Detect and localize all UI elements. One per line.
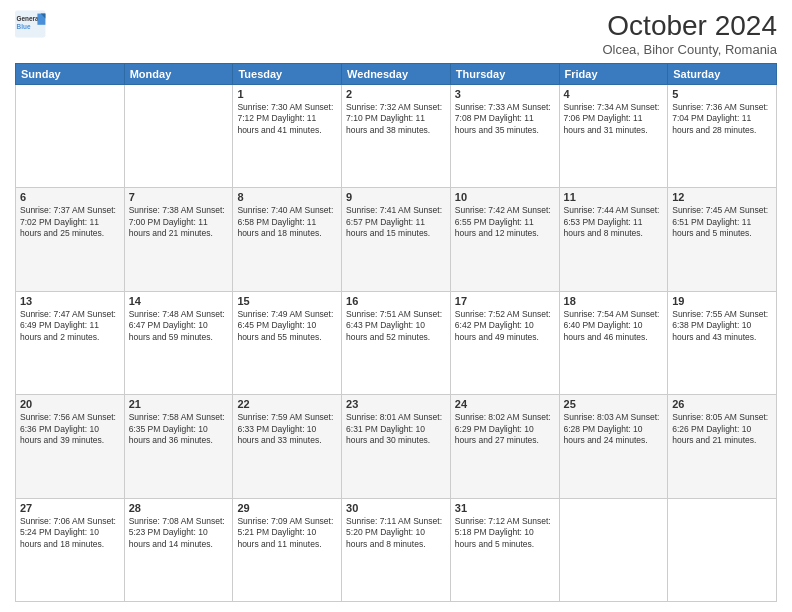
day-cell: 8Sunrise: 7:40 AM Sunset: 6:58 PM Daylig…: [233, 188, 342, 291]
day-number: 7: [129, 191, 229, 203]
svg-text:General: General: [17, 15, 41, 22]
day-cell: [559, 498, 668, 601]
cell-content: Sunrise: 7:49 AM Sunset: 6:45 PM Dayligh…: [237, 309, 337, 343]
day-cell: 9Sunrise: 7:41 AM Sunset: 6:57 PM Daylig…: [342, 188, 451, 291]
day-cell: 15Sunrise: 7:49 AM Sunset: 6:45 PM Dayli…: [233, 291, 342, 394]
day-number: 27: [20, 502, 120, 514]
week-row-0: 1Sunrise: 7:30 AM Sunset: 7:12 PM Daylig…: [16, 85, 777, 188]
day-number: 3: [455, 88, 555, 100]
header-cell-sunday: Sunday: [16, 64, 125, 85]
cell-content: Sunrise: 7:40 AM Sunset: 6:58 PM Dayligh…: [237, 205, 337, 239]
day-number: 17: [455, 295, 555, 307]
day-number: 1: [237, 88, 337, 100]
day-cell: 28Sunrise: 7:08 AM Sunset: 5:23 PM Dayli…: [124, 498, 233, 601]
day-number: 31: [455, 502, 555, 514]
week-row-2: 13Sunrise: 7:47 AM Sunset: 6:49 PM Dayli…: [16, 291, 777, 394]
month-title: October 2024: [602, 10, 777, 42]
day-number: 9: [346, 191, 446, 203]
day-number: 11: [564, 191, 664, 203]
day-cell: 12Sunrise: 7:45 AM Sunset: 6:51 PM Dayli…: [668, 188, 777, 291]
day-number: 20: [20, 398, 120, 410]
day-cell: 24Sunrise: 8:02 AM Sunset: 6:29 PM Dayli…: [450, 395, 559, 498]
day-cell: 29Sunrise: 7:09 AM Sunset: 5:21 PM Dayli…: [233, 498, 342, 601]
cell-content: Sunrise: 7:33 AM Sunset: 7:08 PM Dayligh…: [455, 102, 555, 136]
cell-content: Sunrise: 7:37 AM Sunset: 7:02 PM Dayligh…: [20, 205, 120, 239]
day-number: 30: [346, 502, 446, 514]
calendar-page: General Blue October 2024 Olcea, Bihor C…: [0, 0, 792, 612]
day-number: 24: [455, 398, 555, 410]
day-number: 5: [672, 88, 772, 100]
cell-content: Sunrise: 7:45 AM Sunset: 6:51 PM Dayligh…: [672, 205, 772, 239]
day-cell: [16, 85, 125, 188]
day-cell: 11Sunrise: 7:44 AM Sunset: 6:53 PM Dayli…: [559, 188, 668, 291]
cell-content: Sunrise: 7:12 AM Sunset: 5:18 PM Dayligh…: [455, 516, 555, 550]
day-number: 2: [346, 88, 446, 100]
day-cell: 16Sunrise: 7:51 AM Sunset: 6:43 PM Dayli…: [342, 291, 451, 394]
day-cell: 20Sunrise: 7:56 AM Sunset: 6:36 PM Dayli…: [16, 395, 125, 498]
day-number: 18: [564, 295, 664, 307]
day-cell: 3Sunrise: 7:33 AM Sunset: 7:08 PM Daylig…: [450, 85, 559, 188]
day-cell: 17Sunrise: 7:52 AM Sunset: 6:42 PM Dayli…: [450, 291, 559, 394]
header-cell-monday: Monday: [124, 64, 233, 85]
day-number: 28: [129, 502, 229, 514]
cell-content: Sunrise: 7:36 AM Sunset: 7:04 PM Dayligh…: [672, 102, 772, 136]
cell-content: Sunrise: 7:08 AM Sunset: 5:23 PM Dayligh…: [129, 516, 229, 550]
cell-content: Sunrise: 7:30 AM Sunset: 7:12 PM Dayligh…: [237, 102, 337, 136]
cell-content: Sunrise: 7:52 AM Sunset: 6:42 PM Dayligh…: [455, 309, 555, 343]
cell-content: Sunrise: 7:09 AM Sunset: 5:21 PM Dayligh…: [237, 516, 337, 550]
header-cell-wednesday: Wednesday: [342, 64, 451, 85]
svg-text:Blue: Blue: [17, 23, 31, 30]
day-cell: 22Sunrise: 7:59 AM Sunset: 6:33 PM Dayli…: [233, 395, 342, 498]
day-cell: 4Sunrise: 7:34 AM Sunset: 7:06 PM Daylig…: [559, 85, 668, 188]
day-cell: 26Sunrise: 8:05 AM Sunset: 6:26 PM Dayli…: [668, 395, 777, 498]
day-cell: 5Sunrise: 7:36 AM Sunset: 7:04 PM Daylig…: [668, 85, 777, 188]
day-number: 4: [564, 88, 664, 100]
day-cell: 21Sunrise: 7:58 AM Sunset: 6:35 PM Dayli…: [124, 395, 233, 498]
title-block: October 2024 Olcea, Bihor County, Romani…: [602, 10, 777, 57]
day-cell: 1Sunrise: 7:30 AM Sunset: 7:12 PM Daylig…: [233, 85, 342, 188]
day-cell: [668, 498, 777, 601]
day-number: 13: [20, 295, 120, 307]
day-cell: 19Sunrise: 7:55 AM Sunset: 6:38 PM Dayli…: [668, 291, 777, 394]
calendar-body: 1Sunrise: 7:30 AM Sunset: 7:12 PM Daylig…: [16, 85, 777, 602]
location-subtitle: Olcea, Bihor County, Romania: [602, 42, 777, 57]
header-cell-thursday: Thursday: [450, 64, 559, 85]
cell-content: Sunrise: 7:42 AM Sunset: 6:55 PM Dayligh…: [455, 205, 555, 239]
cell-content: Sunrise: 7:47 AM Sunset: 6:49 PM Dayligh…: [20, 309, 120, 343]
cell-content: Sunrise: 7:48 AM Sunset: 6:47 PM Dayligh…: [129, 309, 229, 343]
day-number: 26: [672, 398, 772, 410]
header-row: SundayMondayTuesdayWednesdayThursdayFrid…: [16, 64, 777, 85]
day-number: 12: [672, 191, 772, 203]
cell-content: Sunrise: 7:41 AM Sunset: 6:57 PM Dayligh…: [346, 205, 446, 239]
header-cell-friday: Friday: [559, 64, 668, 85]
cell-content: Sunrise: 7:55 AM Sunset: 6:38 PM Dayligh…: [672, 309, 772, 343]
cell-content: Sunrise: 7:34 AM Sunset: 7:06 PM Dayligh…: [564, 102, 664, 136]
cell-content: Sunrise: 7:06 AM Sunset: 5:24 PM Dayligh…: [20, 516, 120, 550]
day-number: 6: [20, 191, 120, 203]
logo-icon: General Blue: [15, 10, 47, 38]
cell-content: Sunrise: 8:01 AM Sunset: 6:31 PM Dayligh…: [346, 412, 446, 446]
cell-content: Sunrise: 7:56 AM Sunset: 6:36 PM Dayligh…: [20, 412, 120, 446]
cell-content: Sunrise: 7:32 AM Sunset: 7:10 PM Dayligh…: [346, 102, 446, 136]
week-row-3: 20Sunrise: 7:56 AM Sunset: 6:36 PM Dayli…: [16, 395, 777, 498]
day-number: 8: [237, 191, 337, 203]
day-cell: 6Sunrise: 7:37 AM Sunset: 7:02 PM Daylig…: [16, 188, 125, 291]
day-cell: 7Sunrise: 7:38 AM Sunset: 7:00 PM Daylig…: [124, 188, 233, 291]
day-number: 22: [237, 398, 337, 410]
calendar-table: SundayMondayTuesdayWednesdayThursdayFrid…: [15, 63, 777, 602]
day-number: 16: [346, 295, 446, 307]
cell-content: Sunrise: 7:54 AM Sunset: 6:40 PM Dayligh…: [564, 309, 664, 343]
cell-content: Sunrise: 7:44 AM Sunset: 6:53 PM Dayligh…: [564, 205, 664, 239]
day-cell: 10Sunrise: 7:42 AM Sunset: 6:55 PM Dayli…: [450, 188, 559, 291]
day-cell: 2Sunrise: 7:32 AM Sunset: 7:10 PM Daylig…: [342, 85, 451, 188]
day-cell: 30Sunrise: 7:11 AM Sunset: 5:20 PM Dayli…: [342, 498, 451, 601]
calendar-header: SundayMondayTuesdayWednesdayThursdayFrid…: [16, 64, 777, 85]
day-number: 10: [455, 191, 555, 203]
day-cell: 14Sunrise: 7:48 AM Sunset: 6:47 PM Dayli…: [124, 291, 233, 394]
cell-content: Sunrise: 8:03 AM Sunset: 6:28 PM Dayligh…: [564, 412, 664, 446]
header: General Blue October 2024 Olcea, Bihor C…: [15, 10, 777, 57]
cell-content: Sunrise: 7:58 AM Sunset: 6:35 PM Dayligh…: [129, 412, 229, 446]
week-row-4: 27Sunrise: 7:06 AM Sunset: 5:24 PM Dayli…: [16, 498, 777, 601]
day-number: 15: [237, 295, 337, 307]
cell-content: Sunrise: 7:11 AM Sunset: 5:20 PM Dayligh…: [346, 516, 446, 550]
